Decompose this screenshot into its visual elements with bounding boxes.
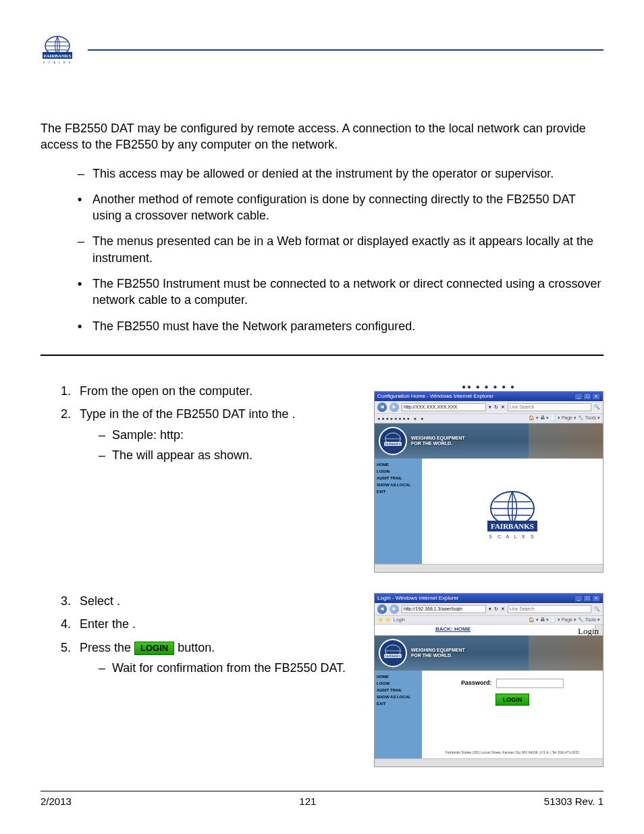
app-footer-text: Fairbanks Scales | 821 Locust Street, Ka… [422,750,603,754]
maximize-button[interactable]: □ [583,393,591,400]
config-home-screenshot: Configuration Home - Windows Internet Ex… [374,391,603,573]
minimize-button[interactable]: _ [574,393,583,400]
horizontal-scrollbar[interactable] [375,758,603,766]
search-input[interactable] [508,403,592,411]
ie-tabs-bar: ⭐ ⭐ Login 🏠 ▾ 🖶 ▾ 📄 ▾ Page ▾ 🔧 Tools ▾ [375,616,603,625]
step-sub-item: The will appear as shown. [99,447,360,463]
decorative-dots: ●● ● ● ● ● ● [374,383,603,391]
nav-item[interactable]: EXIT [376,700,421,707]
ie-address-bar: ◄ ► ▾ ↻ ✕ 🔍 [375,603,603,616]
app-nav: HOME LOGIN AUDIT TRAIL SHOW AS LOCAL EXI… [375,459,422,572]
step-sub-item: Wait for confirmation from the FB2550 DA… [99,660,360,676]
forward-icon[interactable]: ► [390,402,399,412]
fairbanks-banner-logo-icon: FAIRBANKS [379,639,407,667]
inline-login-button: LOGIN [134,642,174,655]
password-label: Password: [461,679,492,686]
back-icon[interactable]: ◄ [377,604,387,614]
feature-bullet-list: This access may be allowed or denied at … [78,165,603,334]
step-item: 2. Type in the of the FB2550 DAT into th… [61,406,360,463]
back-home-link[interactable]: BACK: HOME [435,626,471,632]
bullet-item: The FB2550 must have the Network paramet… [78,318,603,334]
ie-command-bar[interactable]: 🏠 ▾ 🖶 ▾ 📄 ▾ Page ▾ 🔧 Tools ▾ [529,415,600,421]
ie-tabs-bar: ●●●●●●●● ● ● 🏠 ▾ 🖶 ▾ 📄 ▾ Page ▾ 🔧 Tools … [375,414,603,423]
url-input[interactable] [402,605,486,613]
footer-doc-rev: 51303 Rev. 1 [544,796,603,807]
stop-icon[interactable]: ✕ [501,405,505,410]
svg-text:S C A L E S: S C A L E S [43,61,72,64]
search-icon[interactable]: 🔍 [594,606,600,612]
refresh-icon[interactable]: ↻ [494,405,498,410]
nav-item[interactable]: LOGIN [376,468,421,475]
ie-address-bar: ◄ ► ▾ ↻ ✕ 🔍 [375,401,603,414]
step-item: 1. From the open on the computer. [61,383,360,399]
step-item: 4. Enter the . [61,616,360,632]
login-screenshot: Login - Windows Internet Explorer _ □ × … [374,593,603,767]
step-sub-item: Sample: http: [99,427,360,443]
window-title: Login - Windows Internet Explorer [377,595,459,601]
password-input[interactable] [496,679,564,688]
app-banner: FAIRBANKS WEIGHING EQUIPMENT FOR THE WOR… [375,635,603,671]
url-input[interactable] [402,403,486,411]
nav-item[interactable]: HOME [376,673,421,680]
go-icon[interactable]: ▾ [489,606,491,612]
nav-item[interactable]: LOGIN [376,680,421,687]
search-icon[interactable]: 🔍 [594,405,600,410]
nav-item[interactable]: EXIT [376,488,421,495]
nav-item[interactable]: SHOW AS LOCAL [376,481,421,488]
ie-tab[interactable]: Login [394,617,405,622]
header-rule [88,49,603,51]
close-button[interactable]: × [592,393,600,400]
svg-text:FAIRBANKS: FAIRBANKS [44,53,72,59]
svg-text:S C A L E S: S C A L E S [489,534,535,539]
bullet-item: The FB2550 Instrument must be connected … [78,276,603,309]
app-nav: HOME LOGIN AUDIT TRAIL SHOW AS LOCAL EXI… [375,671,422,766]
step-item: 5. Press the LOGIN button. Wait for conf… [61,640,360,677]
svg-text:FAIRBANKS: FAIRBANKS [385,442,401,446]
nav-item[interactable]: SHOW AS LOCAL [376,694,421,700]
fairbanks-banner-logo-icon: FAIRBANKS [379,427,407,455]
steps-list-b: 3. Select . 4. Enter the . 5. Press the … [61,593,360,676]
back-icon[interactable]: ◄ [377,402,387,412]
nav-item[interactable]: HOME [376,461,421,468]
page-header: FAIRBANKS S C A L E S [41,34,603,66]
footer-page-number: 121 [299,796,316,807]
ie-command-bar[interactable]: 🏠 ▾ 🖶 ▾ 📄 ▾ Page ▾ 🔧 Tools ▾ [529,617,600,623]
refresh-icon[interactable]: ↻ [494,606,498,612]
page-footer: 2/2013 121 51303 Rev. 1 [41,791,603,807]
horizontal-scrollbar[interactable] [375,564,603,572]
svg-text:FAIRBANKS: FAIRBANKS [385,654,401,658]
nav-item[interactable]: AUDIT TRAIL [376,475,421,481]
app-banner: FAIRBANKS WEIGHING EQUIPMENT FOR THE WOR… [375,423,603,459]
go-icon[interactable]: ▾ [489,405,491,410]
login-button[interactable]: LOGIN [495,694,530,706]
close-button[interactable]: × [592,595,600,602]
step-item: 3. Select . [61,593,360,609]
ie-titlebar: Configuration Home - Windows Internet Ex… [375,392,603,401]
forward-icon[interactable]: ► [390,604,399,614]
fairbanks-center-logo-icon: FAIRBANKS S C A L E S [482,488,543,542]
footer-date: 2/2013 [41,796,72,807]
bullet-item: Another method of remote configuration i… [78,191,603,224]
intro-paragraph: The FB2550 DAT may be configured by remo… [41,120,603,153]
svg-text:FAIRBANKS: FAIRBANKS [491,522,534,530]
bullet-item: This access may be allowed or denied at … [78,165,603,182]
bullet-item: The menus presented can be in a Web form… [78,233,603,266]
fairbanks-logo-icon: FAIRBANKS S C A L E S [41,34,74,66]
steps-list-a: 1. From the open on the computer. 2. Typ… [61,383,360,463]
search-input[interactable] [508,605,592,613]
stop-icon[interactable]: ✕ [501,606,505,612]
ie-titlebar: Login - Windows Internet Explorer _ □ × [375,594,603,603]
section-divider [41,355,603,356]
window-title: Configuration Home - Windows Internet Ex… [377,393,493,399]
nav-item[interactable]: AUDIT TRAIL [376,687,421,694]
maximize-button[interactable]: □ [583,595,591,602]
minimize-button[interactable]: _ [574,595,583,602]
